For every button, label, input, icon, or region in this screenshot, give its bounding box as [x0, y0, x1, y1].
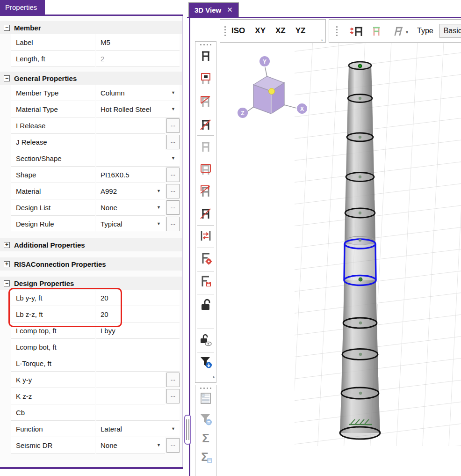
chevron-down-icon[interactable]: ▼ [171, 426, 175, 431]
collapse-icon[interactable]: − [4, 25, 10, 31]
close-icon[interactable]: ✕ [227, 6, 233, 14]
draw-plate-icon[interactable] [199, 72, 213, 86]
delete-member-icon[interactable] [199, 117, 213, 132]
node[interactable] [359, 322, 362, 324]
tab-properties[interactable]: Properties [0, 0, 45, 15]
member-segment[interactable] [348, 66, 372, 98]
property-dropdown[interactable]: None▼ [96, 199, 165, 216]
unlock-unselected-icon[interactable] [199, 333, 213, 347]
view-iso-button[interactable]: ISO [231, 26, 245, 36]
node[interactable] [359, 136, 361, 139]
chevron-down-icon[interactable]: ▼ [157, 205, 161, 210]
draw-wall-panel-icon[interactable] [199, 95, 213, 109]
section-header-additional[interactable]: + Additional Properties [0, 238, 182, 251]
property-dropdown[interactable]: Lateral▼ [96, 421, 180, 437]
chevron-down-icon[interactable]: ▼ [157, 221, 161, 226]
node[interactable] [359, 392, 362, 395]
property-dropdown[interactable]: Hot Rolled Steel▼ [96, 101, 180, 117]
unselect-member-icon[interactable] [199, 206, 213, 220]
property-value-field[interactable] [96, 355, 180, 372]
toolbar-grip-handle[interactable] [195, 42, 216, 45]
property-dropdown[interactable]: Column▼ [96, 85, 180, 101]
tab-3d-view[interactable]: 3D View ✕ [188, 2, 239, 17]
property-value-field[interactable]: PI16X0.5 [96, 167, 165, 183]
node[interactable] [359, 353, 362, 356]
report-icon[interactable]: I [199, 391, 213, 405]
chevron-down-icon[interactable]: ▼ [171, 90, 175, 95]
node[interactable] [359, 97, 361, 100]
toolbar-expand-icon[interactable]: ▸ [213, 375, 215, 379]
property-value-field[interactable] [96, 372, 165, 388]
select-plate-icon[interactable] [199, 162, 213, 176]
view-yz-button[interactable]: YZ [295, 26, 306, 36]
view-xz-button[interactable]: XZ [275, 26, 286, 36]
property-dropdown[interactable]: A992▼ [96, 183, 165, 199]
member-segment[interactable] [343, 280, 377, 323]
filter-results-icon[interactable] [199, 412, 213, 426]
property-value-field[interactable] [96, 339, 180, 355]
property-dropdown[interactable]: ▼ [96, 150, 180, 167]
ellipsis-button[interactable]: ... [166, 118, 180, 133]
member-detail-render-icon[interactable] [349, 24, 363, 38]
ellipsis-button[interactable]: ... [166, 389, 180, 403]
node[interactable] [359, 176, 361, 178]
ellipsis-button[interactable]: ... [166, 438, 180, 453]
toolbar-grip-handle[interactable] [195, 385, 216, 389]
ellipsis-button[interactable]: ... [166, 200, 180, 215]
expand-icon[interactable]: + [4, 242, 10, 248]
toolbar-grip-handle[interactable] [224, 26, 226, 36]
chevron-down-icon[interactable]: ▼ [171, 107, 175, 111]
member-segment[interactable] [347, 98, 373, 137]
node-top[interactable] [358, 64, 362, 68]
property-value-field[interactable]: Lbyy [96, 322, 180, 339]
property-value-field[interactable]: 20 [96, 306, 180, 322]
chevron-down-icon[interactable]: ▼ [157, 443, 161, 447]
toolbar-grip-handle[interactable] [336, 26, 338, 36]
save-view-icon[interactable] [199, 274, 213, 288]
collapse-icon[interactable]: − [4, 280, 10, 286]
property-value-field[interactable] [96, 404, 180, 421]
viewport-canvas[interactable]: Y X Z [218, 43, 461, 476]
property-value-field[interactable]: 20 [96, 290, 180, 306]
node[interactable] [359, 212, 361, 214]
ellipsis-button[interactable]: ... [166, 184, 180, 198]
member-segment[interactable] [345, 177, 375, 213]
chevron-down-icon[interactable]: ▼ [171, 156, 175, 161]
section-header-design[interactable]: − Design Properties [0, 277, 182, 290]
chevron-down-icon[interactable]: ▼ [157, 189, 161, 193]
apply-filter-icon[interactable] [199, 355, 213, 369]
section-header-general[interactable]: − General Properties [0, 72, 182, 85]
member-segment[interactable] [346, 137, 374, 177]
sum-save-icon[interactable]: Σ [199, 450, 213, 464]
section-header-risaconnection[interactable]: + RISAConnection Properties [0, 257, 182, 271]
model-settings-icon[interactable] [199, 251, 213, 265]
ellipsis-button[interactable]: ... [166, 217, 180, 231]
property-value-field[interactable] [96, 134, 165, 150]
origin-node[interactable] [269, 88, 275, 95]
type-combobox[interactable]: Basic [439, 24, 461, 38]
property-value-field[interactable] [96, 388, 165, 404]
expand-icon[interactable]: + [4, 261, 10, 267]
ellipsis-button[interactable]: ... [166, 373, 180, 387]
member-color-render-icon[interactable] [369, 24, 383, 38]
collapse-icon[interactable]: − [4, 75, 10, 81]
draw-member-icon[interactable] [199, 49, 213, 63]
property-dropdown[interactable]: Typical▼ [96, 216, 165, 232]
node[interactable] [359, 239, 361, 242]
unlock-icon[interactable] [199, 298, 213, 312]
sum-results-icon[interactable]: Σ [199, 431, 213, 445]
member-style-dropdown-icon[interactable]: ▾ [389, 24, 408, 38]
property-value-field[interactable] [96, 117, 165, 134]
panel-splitter-handle[interactable] [184, 415, 191, 445]
node-selected[interactable] [359, 278, 362, 281]
modify-wall-panel-icon[interactable] [199, 184, 213, 198]
property-value-field[interactable]: M5 [96, 34, 180, 51]
ellipsis-button[interactable]: ... [166, 168, 180, 182]
select-member-icon[interactable] [199, 139, 213, 154]
extend-members-icon[interactable] [199, 229, 213, 243]
toolbar-overflow-icon[interactable]: ⌄ [320, 37, 324, 42]
view-xy-button[interactable]: XY [255, 26, 266, 36]
section-header-member[interactable]: − Member [0, 21, 182, 34]
ellipsis-button[interactable]: ... [166, 135, 180, 149]
viewport-3d[interactable]: Y X Z [218, 43, 461, 476]
